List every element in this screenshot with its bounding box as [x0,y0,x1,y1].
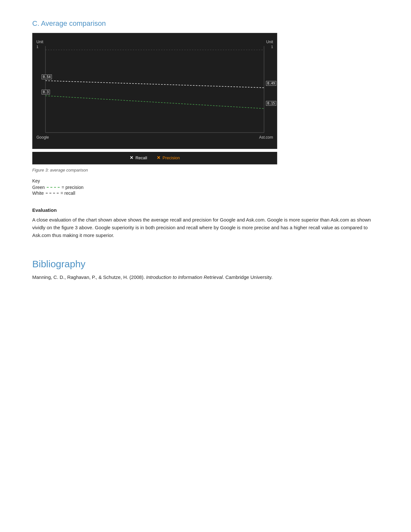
bibliography-section: Bibliography Manning, C. D., Raghavan, P… [32,259,379,281]
evaluation-section: Evaluation A close evaluation of the cha… [32,207,379,239]
precision-label: Precision [162,155,180,160]
green-dash-icon [47,187,60,188]
evaluation-heading: Evaluation [32,207,379,213]
precision-x-icon: ✕ [157,155,161,160]
recall-x-icon: ✕ [130,155,133,160]
recall-end-label: 0.49 ✕ [266,81,270,87]
bibliography-entry: Manning, C. D., Raghavan, P., & Schutze,… [32,273,379,281]
key-white-line: White = recall [32,191,379,196]
chart-container: Unit Unit 1 1 Google Ast.com 0.54 ✕ 0.49… [32,33,277,149]
figure-caption: Figure 3: average comparison [32,168,379,172]
bibliography-heading: Bibliography [32,259,379,270]
key-section: Key Green = precision White = recall [32,178,379,196]
precision-start-label: 0.3 ✕ [42,90,45,95]
key-green-line: Green = precision [32,185,379,190]
evaluation-text: A close evaluation of the chart shown ab… [32,216,379,239]
key-title: Key [32,178,379,183]
svg-line-2 [45,96,264,109]
chart-legend: ✕ Recall ✕ Precision [32,152,277,164]
section-c-heading: C. Average comparison [32,19,379,28]
chart-svg [33,33,277,149]
legend-recall: ✕ Recall [130,155,147,160]
white-dash-icon [46,193,59,193]
recall-start-label: 0.54 ✕ [42,74,45,80]
precision-end-label: 0.15 ✕ [266,101,270,107]
svg-line-1 [45,81,264,88]
legend-precision: ✕ Precision [157,155,180,160]
recall-label: Recall [135,155,147,160]
